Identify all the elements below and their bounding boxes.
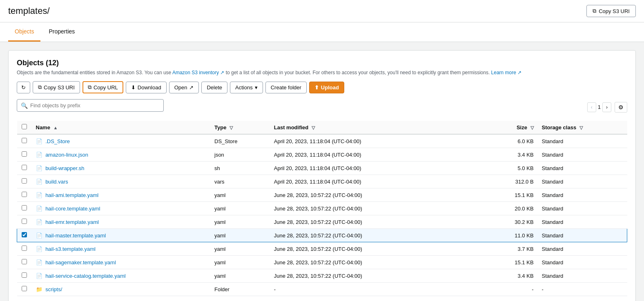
file-name-link[interactable]: scripts/ bbox=[45, 286, 62, 292]
col-header-name[interactable]: Name ▲ bbox=[32, 121, 211, 134]
row-checkbox-cell[interactable] bbox=[17, 134, 32, 148]
row-checkbox[interactable] bbox=[22, 272, 27, 278]
row-checkbox-cell[interactable] bbox=[17, 162, 32, 175]
copy-url-icon: ⧉ bbox=[88, 84, 91, 91]
file-name-link[interactable]: hail-master.template.yaml bbox=[45, 232, 106, 239]
file-type-cell: vars bbox=[210, 175, 270, 188]
search-icon: 🔍 bbox=[21, 102, 28, 109]
table-row: 📄 hail-sagemaker.template.yaml yaml June… bbox=[17, 256, 627, 269]
copy-s3-uri-button[interactable]: ⧉ Copy S3 URI bbox=[586, 5, 636, 17]
row-checkbox[interactable] bbox=[22, 151, 27, 157]
file-size-cell: 20.0 KB bbox=[463, 202, 537, 215]
prev-page-button[interactable]: ‹ bbox=[587, 102, 596, 112]
row-checkbox[interactable] bbox=[22, 165, 27, 170]
file-type-icon: 📄 bbox=[36, 232, 42, 239]
col-header-type[interactable]: Type ▽ bbox=[210, 121, 270, 134]
upload-icon: ⬆ bbox=[314, 84, 319, 91]
col-header-storage[interactable]: Storage class ▽ bbox=[538, 121, 627, 134]
copy-s3-uri-toolbar-button[interactable]: ⧉ Copy S3 URI bbox=[33, 81, 80, 93]
file-name-cell: 📄 hail-s3.template.yaml bbox=[32, 242, 211, 256]
file-name-link[interactable]: build.vars bbox=[45, 179, 68, 185]
file-size-cell: 11.0 KB bbox=[463, 229, 537, 242]
copy-icon: ⧉ bbox=[593, 8, 596, 14]
row-checkbox[interactable] bbox=[22, 205, 27, 210]
file-name-link[interactable]: hail-ami.template.yaml bbox=[45, 192, 98, 198]
row-checkbox[interactable] bbox=[22, 286, 27, 291]
file-modified-cell: June 28, 2023, 10:57:22 (UTC-04:00) bbox=[270, 269, 464, 283]
file-type-cell: sh bbox=[210, 162, 270, 175]
select-all-header[interactable] bbox=[17, 121, 32, 134]
refresh-button[interactable]: ↻ bbox=[17, 82, 30, 93]
delete-button[interactable]: Delete bbox=[201, 82, 227, 93]
file-name-link[interactable]: hail-service-catalog.template.yaml bbox=[45, 273, 126, 279]
row-checkbox-cell[interactable] bbox=[17, 283, 32, 296]
row-checkbox[interactable] bbox=[22, 192, 27, 197]
open-external-icon: ↗ bbox=[189, 84, 194, 91]
select-all-checkbox[interactable] bbox=[22, 124, 27, 129]
row-checkbox[interactable] bbox=[22, 246, 27, 251]
row-checkbox-cell[interactable] bbox=[17, 148, 32, 162]
file-name-link[interactable]: hail-s3.template.yaml bbox=[45, 246, 96, 252]
row-checkbox-cell[interactable] bbox=[17, 188, 32, 202]
file-storage-cell: Standard bbox=[538, 269, 627, 283]
file-storage-cell: Standard bbox=[538, 175, 627, 188]
upload-button[interactable]: ⬆ Upload bbox=[309, 82, 344, 93]
file-modified-cell: June 28, 2023, 10:57:22 (UTC-04:00) bbox=[270, 202, 464, 215]
row-checkbox-cell[interactable] bbox=[17, 269, 32, 283]
file-name-link[interactable]: build-wrapper.sh bbox=[45, 165, 84, 171]
open-button[interactable]: Open ↗ bbox=[169, 82, 199, 93]
row-checkbox-cell[interactable] bbox=[17, 175, 32, 188]
create-folder-button[interactable]: Create folder bbox=[265, 82, 307, 93]
search-input[interactable] bbox=[17, 99, 164, 112]
panel-title: Objects (12) bbox=[17, 59, 627, 67]
storage-sort-icon: ▽ bbox=[579, 125, 583, 130]
file-name-link[interactable]: hail-emr.template.yaml bbox=[45, 219, 99, 225]
file-size-cell: 312.0 B bbox=[463, 175, 537, 188]
file-type-icon: 📄 bbox=[36, 273, 42, 279]
file-type-cell: json bbox=[210, 148, 270, 162]
file-type-cell: DS_Store bbox=[210, 134, 270, 148]
file-storage-cell: Standard bbox=[538, 229, 627, 242]
tab-properties[interactable]: Properties bbox=[42, 22, 81, 42]
file-size-cell: 5.0 KB bbox=[463, 162, 537, 175]
row-checkbox[interactable] bbox=[22, 219, 27, 224]
file-type-icon: 📄 bbox=[36, 219, 42, 225]
col-header-modified[interactable]: Last modified ▽ bbox=[270, 121, 464, 134]
download-button[interactable]: ⬇ Download bbox=[126, 82, 167, 93]
row-checkbox-cell[interactable] bbox=[17, 256, 32, 269]
refresh-icon: ↻ bbox=[21, 84, 26, 91]
inventory-link[interactable]: Amazon S3 inventory ↗ bbox=[172, 70, 224, 75]
row-checkbox[interactable] bbox=[22, 178, 27, 184]
table-row: 📄 hail-s3.template.yaml yaml June 28, 20… bbox=[17, 242, 627, 256]
row-checkbox[interactable] bbox=[22, 259, 27, 264]
table-row: 📄 build.vars vars April 20, 2023, 11:18:… bbox=[17, 175, 627, 188]
row-checkbox-cell[interactable] bbox=[17, 202, 32, 215]
tab-objects[interactable]: Objects bbox=[8, 22, 40, 42]
file-name-link[interactable]: hail-sagemaker.template.yaml bbox=[45, 259, 116, 266]
file-name-link[interactable]: amazon-linux.json bbox=[45, 152, 88, 158]
file-type-icon: 📄 bbox=[36, 192, 42, 198]
actions-chevron-icon: ▾ bbox=[255, 84, 258, 91]
file-type-icon: 📁 bbox=[36, 286, 42, 292]
file-type-icon: 📄 bbox=[36, 165, 42, 171]
file-type-cell: yaml bbox=[210, 229, 270, 242]
table-settings-button[interactable]: ⚙ bbox=[615, 102, 627, 113]
file-name-cell: 📄 hail-ami.template.yaml bbox=[32, 188, 211, 202]
row-checkbox[interactable] bbox=[22, 138, 27, 143]
file-storage-cell: Standard bbox=[538, 215, 627, 229]
next-page-button[interactable]: › bbox=[602, 102, 611, 112]
file-size-cell: 30.2 KB bbox=[463, 215, 537, 229]
file-name-link[interactable]: hail-core.template.yaml bbox=[45, 206, 100, 212]
file-name-cell: 📄 .DS_Store bbox=[32, 134, 211, 148]
col-header-size[interactable]: Size ▽ bbox=[463, 121, 537, 134]
file-name-link[interactable]: .DS_Store bbox=[45, 138, 70, 144]
row-checkbox-cell[interactable] bbox=[17, 242, 32, 256]
file-storage-cell: Standard bbox=[538, 148, 627, 162]
learn-more-link[interactable]: Learn more ↗ bbox=[491, 70, 522, 75]
actions-button[interactable]: Actions ▾ bbox=[230, 82, 263, 93]
file-type-icon: 📄 bbox=[36, 206, 42, 212]
row-checkbox-cell[interactable] bbox=[17, 215, 32, 229]
copy-url-button[interactable]: ⧉ Copy URL bbox=[82, 81, 123, 93]
row-checkbox[interactable] bbox=[22, 232, 27, 237]
row-checkbox-cell[interactable] bbox=[17, 229, 32, 242]
